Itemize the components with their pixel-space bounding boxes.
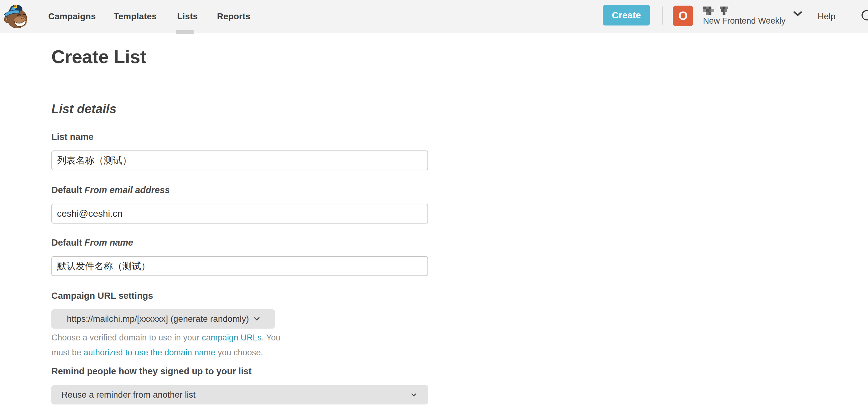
chevron-down-icon <box>411 393 416 397</box>
nav-item-lists[interactable]: Lists <box>177 0 198 33</box>
active-tab-underline <box>176 30 194 34</box>
signup-reminder-selected-value: Reuse a reminder from another list <box>61 390 195 400</box>
search-icon[interactable] <box>860 9 868 25</box>
campaign-urls-link[interactable]: campaign URLs <box>202 333 261 342</box>
top-nav: Campaigns Templates Lists Reports Create… <box>0 0 868 33</box>
help-link[interactable]: Help <box>817 0 836 33</box>
from-email-label-prefix: Default <box>51 185 84 195</box>
from-name-label: Default From name <box>51 238 133 248</box>
list-name-input[interactable] <box>51 150 428 170</box>
campaign-url-selected-value: https://mailchi.mp/[xxxxxx] (generate ra… <box>67 314 249 324</box>
redacted-username <box>703 6 732 15</box>
helper-text-part: must be <box>51 348 84 357</box>
campaign-url-label: Campaign URL settings <box>51 291 153 301</box>
from-email-label-italic: From email address <box>84 185 170 195</box>
from-name-input[interactable] <box>51 256 428 276</box>
authorized-domain-link[interactable]: authorized to use the domain name <box>84 348 215 357</box>
campaign-url-select[interactable]: https://mailchi.mp/[xxxxxx] (generate ra… <box>51 309 275 329</box>
signup-reminder-select[interactable]: Reuse a reminder from another list <box>51 385 428 405</box>
chevron-down-icon <box>254 317 260 321</box>
create-button[interactable]: Create <box>603 5 650 26</box>
section-heading-list-details: List details <box>51 102 117 116</box>
nav-item-templates[interactable]: Templates <box>114 0 157 33</box>
from-name-label-italic: From name <box>84 238 133 247</box>
account-list-name: New Frontend Weekly <box>703 16 785 26</box>
helper-text-part: Choose a verified domain to use in your <box>51 333 202 342</box>
avatar: O <box>673 6 693 26</box>
mailchimp-freddie-logo-icon[interactable] <box>4 3 28 30</box>
page-title: Create List <box>51 46 146 67</box>
nav-item-campaigns[interactable]: Campaigns <box>48 0 96 33</box>
list-name-label: List name <box>51 132 93 142</box>
header-divider <box>662 6 663 25</box>
helper-text-part: . You <box>261 333 280 342</box>
nav-item-reports[interactable]: Reports <box>217 0 250 33</box>
chevron-down-icon <box>793 11 802 17</box>
signup-reminder-label: Remind people how they signed up to your… <box>51 366 252 376</box>
campaign-url-helper-text: Choose a verified domain to use in your … <box>51 330 280 360</box>
account-switcher[interactable]: O New Frontend Weekly <box>673 4 804 29</box>
from-email-input[interactable] <box>51 204 428 224</box>
from-email-label: Default From email address <box>51 185 170 195</box>
from-name-label-prefix: Default <box>51 238 84 247</box>
helper-text-part: you choose. <box>215 348 263 357</box>
